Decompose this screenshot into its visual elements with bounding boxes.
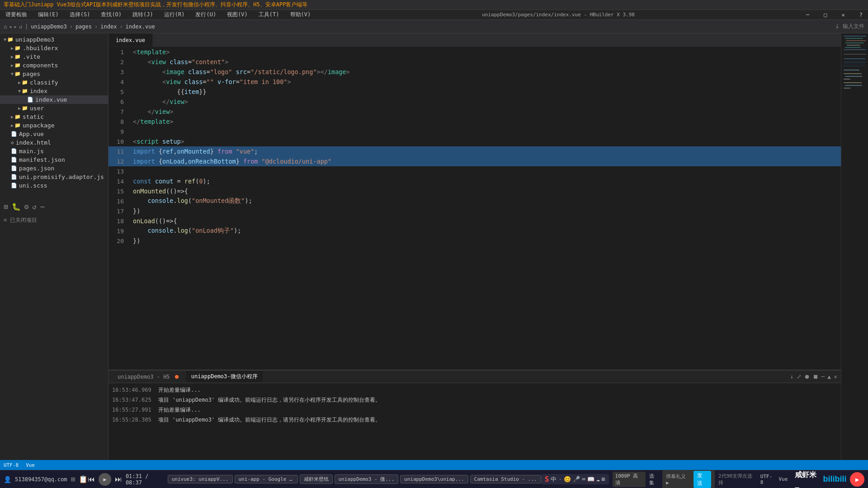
bili-play-btn[interactable]: ▶	[850, 472, 864, 487]
sidebar-item-manifest[interactable]: 📄 manifest.json	[0, 155, 108, 164]
sidebar-bottom-controls: ⊞ 🐛 ⚙ ↺ ⋯	[0, 199, 108, 215]
sidebar-item-app-vue[interactable]: 📄 App.vue	[0, 130, 108, 138]
panel-icon-down[interactable]: ↓	[790, 373, 794, 380]
ime-dict[interactable]: 📖	[587, 476, 594, 483]
code-line-7: 7 </view>	[108, 107, 841, 117]
sidebar-item-uni-promisify[interactable]: 📄 uni.promisify.adaptor.js	[0, 173, 108, 181]
ime-mic[interactable]: 🎤	[573, 476, 580, 483]
close-button[interactable]: ✕	[840, 11, 847, 19]
taskbar-app-uniapp-pages[interactable]: uniappDemo3\uniap...	[400, 475, 468, 483]
sidebar-icon-debug[interactable]: 🐛	[12, 202, 21, 211]
panel-icon-minimize[interactable]: ─	[821, 373, 825, 380]
menu-item-jump[interactable]: 跳转(J)	[131, 10, 155, 19]
sidebar-item-static[interactable]: ▶ 📁 static	[0, 113, 108, 121]
input-method-bar[interactable]: S 中 · 😊 🎤 ⌨ 📖 ☁ ⊞	[541, 474, 609, 484]
status-language[interactable]: Vue	[26, 462, 35, 468]
sidebar-item-unpackage[interactable]: ▶ 📁 unpackage	[0, 121, 108, 130]
sidebar-item-pages[interactable]: ▼ 📁 pages	[0, 70, 108, 78]
sidebar-item-hbuilderx[interactable]: ▶ 📁 .hbuilderx	[0, 44, 108, 52]
sidebar-icon-terminal[interactable]: ⊞	[4, 202, 8, 211]
menu-item-publish[interactable]: 发行(U)	[193, 10, 218, 19]
toolbar-icon-home[interactable]: ⌂	[4, 23, 7, 30]
quality-badge[interactable]: 1080P 高清	[613, 472, 646, 487]
menu-item-tools[interactable]: 工具(T)	[257, 10, 281, 19]
sidebar-item-index-vue[interactable]: 📄 index.vue	[0, 95, 108, 104]
code-line-18: 18 onLoad(()=>{	[108, 216, 841, 226]
status-encoding[interactable]: UTF-8	[4, 462, 19, 468]
sidebar-item-main-js[interactable]: 📄 main.js	[0, 147, 108, 155]
ime-lang[interactable]: 中	[551, 475, 557, 483]
line-num-13: 13	[108, 168, 131, 175]
taskbar-app-univue[interactable]: univue3: uniappV...	[168, 475, 233, 483]
toolbar-icon-back[interactable]: ◂	[9, 23, 12, 30]
menu-item-help[interactable]: 帮助(V)	[288, 10, 313, 19]
bottom-tab-wechat[interactable]: uniappDemo3-微信小程序	[186, 371, 263, 382]
panel-icon-popout[interactable]: ⤢	[797, 373, 802, 380]
minimize-button[interactable]: ─	[804, 11, 811, 19]
sidebar-item-vite[interactable]: ▶ 📁 .vite	[0, 52, 108, 61]
taskbar-app-wallpaper[interactable]: 咸虾米壁纸	[300, 474, 333, 484]
line-num-9: 9	[108, 128, 131, 135]
panel-icon-maximize[interactable]: ▲	[827, 373, 831, 380]
taskbar-icon-2[interactable]: 📋	[79, 475, 88, 483]
taskbar-app-google[interactable]: uni-app - Google ...	[235, 475, 298, 483]
breadcrumb-file[interactable]: index.vue	[126, 23, 155, 30]
sidebar-item-index-html[interactable]: ◇ index.html	[0, 138, 108, 147]
sidebar-item-pages-json[interactable]: 📄 pages.json	[0, 164, 108, 173]
sidebar-item-components[interactable]: ▶ 📁 components	[0, 61, 108, 70]
sidebar-icon-settings[interactable]: ⚙	[24, 202, 29, 211]
sidebar-item-index-folder[interactable]: ▼ 📁 index	[0, 87, 108, 95]
collapse-arrow-vite: ▶	[11, 54, 14, 59]
svg-rect-10	[844, 61, 865, 64]
bili-branding: 咸虾米_ bilibili	[795, 470, 846, 488]
line-num-19: 19	[108, 228, 131, 235]
menu-item-select[interactable]: 选择(S)	[68, 10, 92, 19]
help-button[interactable]: ?	[858, 11, 864, 19]
panel-icon-record[interactable]: ⏺	[804, 373, 810, 380]
sidebar-icon-refresh[interactable]: ↺	[32, 202, 37, 211]
player-next-button[interactable]: ⏭	[115, 475, 122, 483]
sidebar-item-uni-scss[interactable]: 📄 uni.scss	[0, 181, 108, 190]
toolbar-icon-import[interactable]: ⤓ 输入文件	[835, 23, 864, 30]
send-button[interactable]: 发送	[693, 471, 712, 488]
menu-item-file[interactable]: 谱要检验	[4, 10, 29, 19]
taskbar-icon-1[interactable]: ⊞	[71, 475, 75, 483]
toolbar-icon-forward[interactable]: ▸	[14, 23, 17, 30]
ime-emoji[interactable]: 😊	[564, 476, 571, 483]
menu-item-view[interactable]: 视图(V)	[225, 10, 250, 19]
sidebar-item-classify[interactable]: ▶ 📁 classify	[0, 78, 108, 87]
close-project-icon: ⊙	[4, 217, 7, 223]
ime-apps[interactable]: ⊞	[602, 476, 605, 483]
collection-btn[interactable]: 选集	[649, 473, 659, 486]
console-text-3: 开始差量编译...	[158, 407, 201, 413]
sidebar-closed-projects[interactable]: ⊙ 已关闭项目	[0, 215, 108, 226]
sidebar-project-root[interactable]: ▼ 📁 uniappDemo3	[0, 35, 108, 44]
player-prev-button[interactable]: ⏮	[88, 475, 95, 483]
ime-keyboard[interactable]: ⌨	[582, 476, 585, 483]
sidebar-item-user[interactable]: ▶ 📁 user	[0, 104, 108, 113]
tab-index-vue[interactable]: index.vue	[108, 33, 153, 47]
ime-cloud[interactable]: ☁	[596, 476, 600, 483]
menu-item-run[interactable]: 运行(R)	[162, 10, 187, 19]
breadcrumb-index[interactable]: index	[100, 23, 117, 30]
maximize-button[interactable]: □	[822, 11, 829, 19]
bottom-tab-h5[interactable]: uniappDemo3 - H5	[112, 372, 184, 382]
console-time-2: 16:53:47.625	[112, 397, 151, 403]
line-num-14: 14	[108, 178, 131, 185]
breadcrumb-root[interactable]: uniappDemo3	[31, 23, 66, 30]
console-line-2: 16:53:47.625 项目 'uniappDemo3' 编译成功。前端运行日…	[112, 395, 837, 405]
menu-item-find[interactable]: 查找(O)	[99, 10, 123, 19]
taskbar-app-uniapp-wechat[interactable]: uniappDemo3 - 微...	[335, 474, 399, 484]
taskbar-app-camtasia[interactable]: Camtasia Studio - ...	[470, 475, 541, 483]
player-play-button[interactable]: ▶	[99, 473, 111, 486]
menu-item-edit[interactable]: 编辑(E)	[36, 10, 61, 19]
toolbar-icon-refresh[interactable]: ↺	[19, 23, 22, 30]
line-num-20: 20	[108, 238, 131, 244]
notification-dot	[175, 375, 179, 379]
collapse-arrow-index-folder: ▼	[18, 89, 21, 94]
code-editor[interactable]: 1 <template> 2 <view class="content"> 3 …	[108, 47, 841, 370]
breadcrumb-pages[interactable]: pages	[75, 23, 92, 30]
sidebar-icon-more[interactable]: ⋯	[40, 202, 45, 211]
panel-icon-close[interactable]: ✕	[834, 373, 837, 380]
panel-icon-stop[interactable]: ⏹	[813, 373, 819, 380]
